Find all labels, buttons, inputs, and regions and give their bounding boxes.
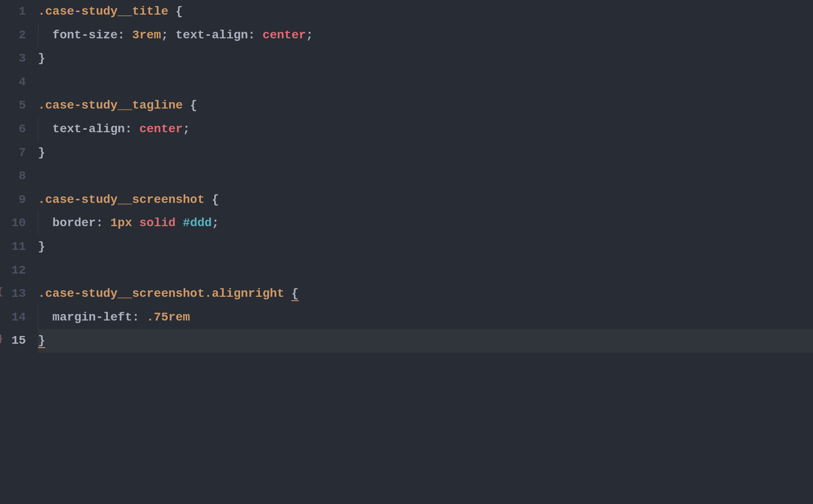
code-line[interactable]: font-size: 3rem; text-align: center; xyxy=(38,24,813,47)
token-punct xyxy=(175,216,183,230)
token-val: center xyxy=(139,122,183,136)
line-number: 12 xyxy=(0,259,26,283)
line-number: 7 xyxy=(0,141,26,165)
token-punct: ; xyxy=(212,216,219,230)
indent-whitespace xyxy=(38,28,53,42)
code-line[interactable]: } xyxy=(38,235,813,259)
token-brace: } xyxy=(38,240,45,253)
token-num: 1px xyxy=(110,216,132,230)
token-punct: : xyxy=(132,311,147,324)
token-brace: { xyxy=(175,5,183,18)
token-punct: : xyxy=(248,28,263,42)
token-num: 3rem xyxy=(132,28,161,42)
line-number: 13{ xyxy=(0,282,26,306)
indent-whitespace xyxy=(38,311,53,324)
line-number: 14 xyxy=(0,306,26,330)
code-line[interactable] xyxy=(38,165,813,188)
line-number: 10 xyxy=(0,212,26,235)
code-line[interactable]: .case-study__screenshot.alignright { xyxy=(38,282,813,306)
line-number: 5 xyxy=(0,94,26,118)
line-number: 15} xyxy=(0,329,26,353)
code-line[interactable]: border: 1px solid #ddd; xyxy=(38,212,813,235)
code-line[interactable]: .case-study__screenshot { xyxy=(38,188,813,212)
code-editor[interactable]: 12345678910111213{1415} .case-study__tit… xyxy=(0,0,813,504)
token-brace: } xyxy=(38,52,45,65)
token-selector: .case-study__title xyxy=(38,5,175,18)
code-line[interactable]: .case-study__tagline { xyxy=(38,94,813,118)
token-prop: margin-left xyxy=(53,311,132,324)
code-line[interactable]: margin-left: .75rem xyxy=(38,306,813,330)
token-punct: ; xyxy=(161,28,176,42)
code-line[interactable]: text-align: center; xyxy=(38,118,813,141)
line-number: 11 xyxy=(0,235,26,259)
line-number: 4 xyxy=(0,71,26,94)
line-number-gutter: 12345678910111213{1415} xyxy=(0,0,34,504)
token-brace: { xyxy=(291,287,299,301)
line-number: 9 xyxy=(0,188,26,212)
token-punct: : xyxy=(96,216,110,230)
token-punct: : xyxy=(118,28,132,42)
indent-whitespace xyxy=(38,216,53,230)
line-number: 1 xyxy=(0,0,26,24)
bracket-marker: } xyxy=(0,330,3,348)
line-number: 2 xyxy=(0,24,26,47)
token-brace: } xyxy=(38,334,45,348)
indent-whitespace xyxy=(38,122,53,136)
token-val: solid xyxy=(139,216,175,230)
token-val: center xyxy=(263,28,306,42)
token-brace: { xyxy=(212,193,219,206)
token-selector: .case-study__tagline xyxy=(38,99,190,112)
token-val-ident: #ddd xyxy=(183,216,212,230)
line-number: 8 xyxy=(0,165,26,188)
line-number: 3 xyxy=(0,47,26,71)
token-prop: text-align xyxy=(53,122,125,136)
code-line[interactable]: .case-study__title { xyxy=(38,0,813,24)
token-num: .75rem xyxy=(147,311,190,324)
token-selector: .case-study__screenshot.alignright xyxy=(38,287,291,300)
line-number: 6 xyxy=(0,118,26,141)
token-brace: { xyxy=(190,99,197,112)
token-prop: text-align xyxy=(175,28,248,42)
token-prop: border xyxy=(53,216,96,230)
token-punct xyxy=(132,216,139,230)
bracket-marker: { xyxy=(0,283,3,302)
code-area[interactable]: .case-study__title { font-size: 3rem; te… xyxy=(34,0,813,504)
code-line[interactable]: } xyxy=(38,47,813,71)
token-brace: } xyxy=(38,146,45,159)
code-line[interactable] xyxy=(38,259,813,283)
code-line[interactable] xyxy=(38,71,813,94)
code-line[interactable]: } xyxy=(38,329,813,353)
token-punct: ; xyxy=(183,122,190,136)
token-punct: ; xyxy=(306,28,313,42)
token-prop: font-size xyxy=(53,28,118,42)
token-selector: .case-study__screenshot xyxy=(38,193,212,206)
token-punct: : xyxy=(125,122,140,136)
code-line[interactable]: } xyxy=(38,141,813,165)
